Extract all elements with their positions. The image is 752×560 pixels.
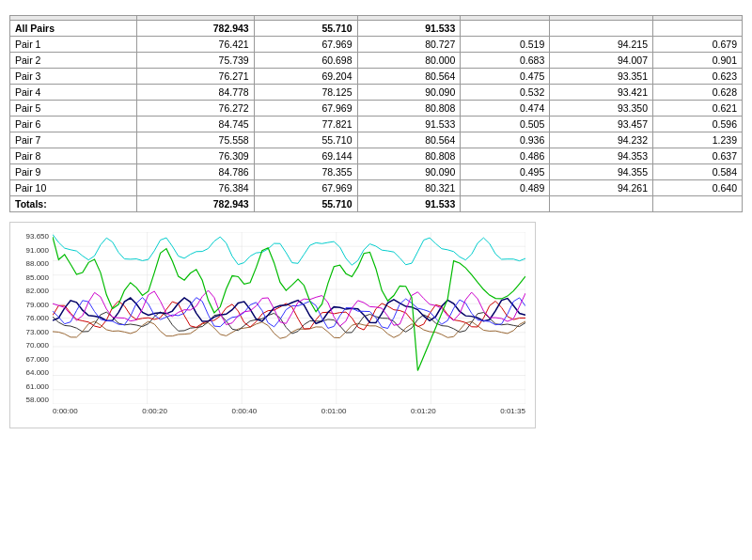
cell-minimum: 55.710 xyxy=(254,196,357,212)
chart-y-axis: 93.65091.00088.00085.00082.00079.00076.0… xyxy=(10,232,52,404)
cell-label: Pair 2 xyxy=(10,53,137,69)
cell-confidence: 0.486 xyxy=(461,148,550,164)
cell-label: Pair 4 xyxy=(10,85,137,101)
cell-average: 782.943 xyxy=(137,196,255,212)
x-axis-label: 0:01:35 xyxy=(500,407,525,415)
y-axis-label: 58.000 xyxy=(26,396,49,404)
y-axis-label: 76.000 xyxy=(26,314,49,322)
x-axis-label: 0:00:00 xyxy=(53,407,78,415)
y-axis-label: 64.000 xyxy=(26,368,49,377)
cell-maximum: 90.090 xyxy=(357,85,461,101)
cell-label: Pair 7 xyxy=(10,132,137,148)
chart-svg xyxy=(53,232,525,404)
y-axis-label: 82.000 xyxy=(26,287,49,295)
x-axis-label: 0:00:20 xyxy=(142,407,167,415)
table-row-pair-10: Pair 10 76.384 67.969 80.321 0.489 94.26… xyxy=(10,180,743,196)
cell-label: Pair 9 xyxy=(10,164,137,180)
cell-minimum: 69.204 xyxy=(254,69,357,85)
table-row-pair-7: Pair 7 75.558 55.710 80.564 0.936 94.232… xyxy=(10,132,743,148)
cell-relative-precision xyxy=(653,196,743,212)
y-axis-label: 73.000 xyxy=(26,328,49,336)
cell-average: 76.272 xyxy=(137,101,255,117)
cell-measured-time: 93.351 xyxy=(550,69,653,85)
cell-confidence: 0.936 xyxy=(461,132,550,148)
cell-confidence: 0.474 xyxy=(461,101,550,117)
cell-average: 75.739 xyxy=(137,53,255,69)
cell-label: Pair 6 xyxy=(10,117,137,132)
cell-relative-precision: 0.637 xyxy=(653,148,743,164)
cell-confidence: 0.519 xyxy=(461,37,550,53)
cell-measured-time: 93.350 xyxy=(550,101,653,117)
cell-label: Pair 8 xyxy=(10,148,137,164)
cell-measured-time: 94.215 xyxy=(550,37,653,53)
cell-relative-precision: 0.623 xyxy=(653,69,743,85)
x-axis-label: 0:01:00 xyxy=(321,407,347,415)
cell-minimum: 55.710 xyxy=(254,21,357,37)
x-axis-label: 0:01:20 xyxy=(411,407,436,415)
cell-confidence xyxy=(461,196,550,212)
cell-minimum: 67.969 xyxy=(254,101,357,117)
cell-maximum: 80.808 xyxy=(357,148,461,164)
cell-minimum: 77.821 xyxy=(254,117,357,132)
cell-minimum: 55.710 xyxy=(254,132,357,148)
chart-section: 93.65091.00088.00085.00082.00079.00076.0… xyxy=(9,222,743,428)
cell-confidence: 0.489 xyxy=(461,180,550,196)
cell-measured-time: 93.457 xyxy=(550,117,653,132)
cell-relative-precision: 0.679 xyxy=(653,37,743,53)
cell-maximum: 90.090 xyxy=(357,164,461,180)
cell-maximum: 80.564 xyxy=(357,69,461,85)
cell-maximum: 80.727 xyxy=(357,37,461,53)
table-row-pair-1: Pair 1 76.421 67.969 80.727 0.519 94.215… xyxy=(10,37,743,53)
cell-confidence: 0.532 xyxy=(461,85,550,101)
cell-measured-time xyxy=(550,196,653,212)
cell-minimum: 67.969 xyxy=(254,180,357,196)
cell-relative-precision: 0.584 xyxy=(653,164,743,180)
cell-measured-time: 93.421 xyxy=(550,85,653,101)
cell-maximum: 80.321 xyxy=(357,180,461,196)
x-axis-label: 0:00:40 xyxy=(232,407,258,415)
cell-average: 76.271 xyxy=(137,69,255,85)
cell-minimum: 67.969 xyxy=(254,37,357,53)
table-row-pair-6: Pair 6 84.745 77.821 91.533 0.505 93.457… xyxy=(10,117,743,132)
cell-relative-precision: 0.901 xyxy=(653,53,743,69)
table-row-all-pairs: All Pairs 782.943 55.710 91.533 xyxy=(10,21,743,37)
cell-average: 76.309 xyxy=(137,148,255,164)
table-row-pair-9: Pair 9 84.786 78.355 90.090 0.495 94.355… xyxy=(10,164,743,180)
chart-area xyxy=(53,232,525,404)
chart-wrapper: 93.65091.00088.00085.00082.00079.00076.0… xyxy=(9,222,536,428)
cell-minimum: 78.355 xyxy=(254,164,357,180)
y-axis-label: 79.000 xyxy=(26,301,49,309)
cell-confidence: 0.505 xyxy=(461,117,550,132)
cell-measured-time: 94.007 xyxy=(550,53,653,69)
cell-relative-precision: 0.596 xyxy=(653,117,743,132)
cell-measured-time: 94.261 xyxy=(550,180,653,196)
cell-maximum: 91.533 xyxy=(357,117,461,132)
cell-confidence: 0.683 xyxy=(461,53,550,69)
cell-average: 75.558 xyxy=(137,132,255,148)
cell-label: All Pairs xyxy=(10,21,137,37)
table-row-pair-4: Pair 4 84.778 78.125 90.090 0.532 93.421… xyxy=(10,85,743,101)
cell-relative-precision xyxy=(653,21,743,37)
cell-average: 84.786 xyxy=(137,164,255,180)
cell-average: 84.778 xyxy=(137,85,255,101)
cell-maximum: 80.000 xyxy=(357,53,461,69)
cell-label: Pair 1 xyxy=(10,37,137,53)
cell-maximum: 91.533 xyxy=(357,196,461,212)
cell-maximum: 80.808 xyxy=(357,101,461,117)
throughput-table: All Pairs 782.943 55.710 91.533 Pair 1 7… xyxy=(9,15,743,212)
cell-average: 84.745 xyxy=(137,117,255,132)
cell-relative-precision: 0.621 xyxy=(653,101,743,117)
cell-measured-time: 94.353 xyxy=(550,148,653,164)
cell-minimum: 69.144 xyxy=(254,148,357,164)
y-axis-label: 70.000 xyxy=(26,341,49,350)
cell-maximum: 80.564 xyxy=(357,132,461,148)
cell-minimum: 78.125 xyxy=(254,85,357,101)
chart-x-axis: 0:00:000:00:200:00:400:01:000:01:200:01:… xyxy=(53,405,525,428)
table-row-totals: Totals: 782.943 55.710 91.533 xyxy=(10,196,743,212)
y-axis-label: 61.000 xyxy=(26,382,49,391)
cell-label: Totals: xyxy=(10,196,137,212)
cell-measured-time: 94.232 xyxy=(550,132,653,148)
y-axis-label: 93.650 xyxy=(26,232,49,241)
cell-measured-time xyxy=(550,21,653,37)
cell-label: Pair 5 xyxy=(10,101,137,117)
